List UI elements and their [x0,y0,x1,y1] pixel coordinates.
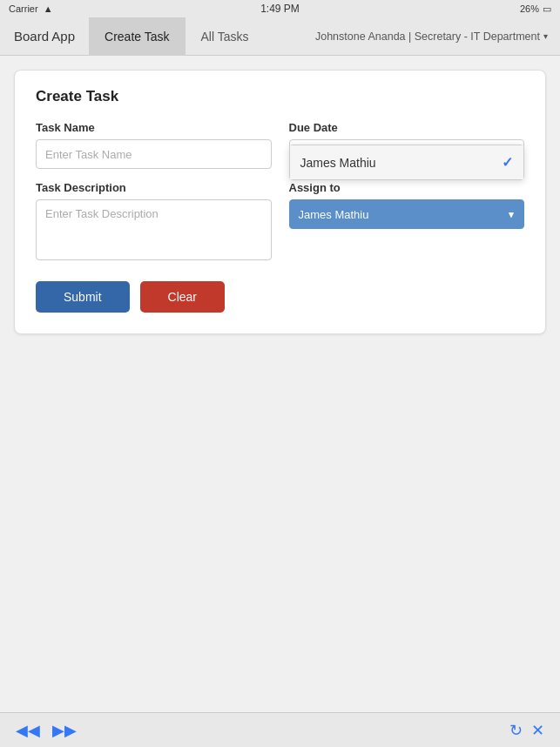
task-name-label: Task Name [36,121,272,134]
assign-to-label: Assign to [289,181,525,194]
status-left: Carrier ▲ [9,3,53,14]
status-right: 26% ▭ [520,3,551,15]
user-dropdown-arrow: ▾ [543,31,548,41]
close-icon[interactable]: ✕ [531,721,544,740]
card-title: Create Task [36,88,524,105]
user-info[interactable]: Johnstone Ananda | Secretary - IT Depart… [303,30,560,43]
nav-bar: Board App Create Task All Tasks Johnston… [0,17,560,56]
refresh-icon[interactable]: ↻ [509,721,523,740]
create-task-card: Create Task Task Name Due Date Task Desc… [14,70,546,334]
task-name-col: Task Name [36,121,272,169]
status-bar: Carrier ▲ 1:49 PM 26% ▭ [0,0,560,17]
task-description-col: Task Description [36,181,272,264]
back-icon[interactable]: ◀◀ [16,721,40,740]
assign-to-select-wrapper[interactable]: James Mathiu ▼ [289,199,525,229]
bottom-right-icons: ↻ ✕ [509,721,544,740]
bottom-nav-icons: ◀◀ ▶▶ [16,721,77,740]
tab-create-task[interactable]: Create Task [89,17,185,56]
assign-to-col: Assign to James Mathiu ✓ James Mathiu ▼ [289,181,525,264]
assign-to-select-display[interactable]: James Mathiu [289,199,525,229]
form-row-2: Task Description Assign to James Mathiu … [36,181,524,264]
wifi-icon: ▲ [44,3,53,14]
user-info-text: Johnstone Ananda | Secretary - IT Depart… [315,30,540,43]
task-name-input[interactable] [36,139,272,169]
checkmark-icon: ✓ [502,154,513,171]
button-row: Submit Clear [36,281,524,313]
carrier-label: Carrier [9,3,38,14]
status-time: 1:49 PM [260,3,300,15]
submit-button[interactable]: Submit [36,281,130,313]
assign-to-value: James Mathiu [299,208,369,221]
main-content: Create Task Task Name Due Date Task Desc… [0,56,560,712]
forward-icon[interactable]: ▶▶ [52,721,77,740]
app-title: Board App [0,29,89,44]
dropdown-option-james[interactable]: James Mathiu ✓ [290,145,524,179]
tab-all-tasks[interactable]: All Tasks [186,17,265,56]
assign-dropdown-overlay: James Mathiu ✓ [289,145,525,180]
dropdown-option-label: James Mathiu [300,156,376,170]
bottom-bar: ◀◀ ▶▶ ↻ ✕ [0,712,560,747]
due-date-label: Due Date [289,121,525,134]
clear-button[interactable]: Clear [140,281,225,313]
battery-icon: ▭ [543,3,551,15]
task-description-input[interactable] [36,199,272,260]
task-description-label: Task Description [36,181,272,194]
battery-percent: 26% [520,3,539,14]
